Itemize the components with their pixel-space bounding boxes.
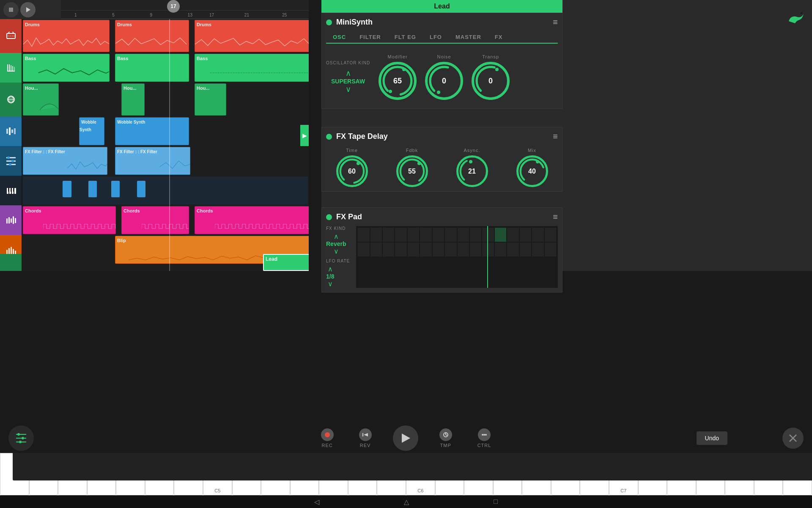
fx-clip-1[interactable]: FX Filter : : FX Filter xyxy=(23,147,107,175)
stop-button[interactable] xyxy=(3,2,19,17)
wobble-clip-1[interactable]: Wobble Synth xyxy=(79,117,104,145)
wobble-clip-2[interactable]: Wobble Synth xyxy=(115,117,189,145)
tmp-btn[interactable]: TMP xyxy=(427,428,465,448)
transp-knob[interactable]: 0 xyxy=(472,62,510,100)
minisynth-menu-btn[interactable]: ≡ xyxy=(553,17,558,27)
time-label: Time xyxy=(346,148,358,153)
svg-rect-42 xyxy=(13,188,14,192)
svg-rect-49 xyxy=(6,250,8,254)
nav-bar: ◁ △ □ xyxy=(0,495,812,508)
undo-button[interactable]: Undo xyxy=(697,431,727,445)
fx-kind-arrows: ∧ Reverb ∨ xyxy=(326,232,346,255)
grid-cell xyxy=(370,228,382,242)
modifier-knob-group: Modifier 65 xyxy=(379,54,417,100)
mix-knob-group: Mix 40 xyxy=(516,148,548,187)
chords-clip-label-2: Chords xyxy=(122,207,142,214)
timeline[interactable]: 1 5 9 13 17 21 25 29 xyxy=(61,0,309,19)
fx-pad-grid[interactable] xyxy=(356,226,558,288)
svg-rect-31 xyxy=(6,160,16,162)
chords-clip-3[interactable]: Chords xyxy=(195,206,309,234)
transp-label: Transp xyxy=(482,54,499,59)
minisynth-active-dot xyxy=(326,19,332,25)
osc-kind-value: SUPERSAW xyxy=(331,78,365,85)
wobble-icon[interactable] xyxy=(0,116,22,146)
drums-clip-3[interactable]: Drums xyxy=(195,20,309,52)
osc-kind-up[interactable]: ∧ xyxy=(346,69,351,78)
right-arrow[interactable]: ▶ xyxy=(300,125,309,146)
svg-marker-69 xyxy=(364,433,368,436)
chords-clip-1[interactable]: Chords xyxy=(23,206,116,234)
svg-point-34 xyxy=(11,160,14,163)
bass-icon[interactable] xyxy=(0,53,22,83)
chords-clip-label-3: Chords xyxy=(195,207,215,214)
tab-lfo[interactable]: LFO xyxy=(423,31,449,43)
time-knob[interactable]: 60 xyxy=(336,155,368,187)
noise-knob[interactable]: 0 xyxy=(425,62,463,100)
back-button[interactable]: ◁ xyxy=(314,498,319,506)
oscillator-kind-section: OSCILLATOR KIND ∧ SUPERSAW ∨ xyxy=(326,61,370,94)
ctrl-btn[interactable]: CTRL xyxy=(465,428,504,448)
grid-cell xyxy=(358,228,369,242)
piano-roll-bg[interactable] xyxy=(23,177,308,204)
fx-pad-left: FX KIND ∧ Reverb ∨ LFO RATE ∧ 1/8 ∨ xyxy=(326,226,350,288)
piano-step-3 xyxy=(111,181,120,198)
modifier-knob[interactable]: 65 xyxy=(379,62,417,100)
bass-clip-1[interactable]: Bass xyxy=(23,54,110,82)
chords-icon[interactable] xyxy=(0,205,22,235)
fx-pad-menu-btn[interactable]: ≡ xyxy=(553,212,558,222)
key-as7[interactable] xyxy=(779,453,812,480)
grid-cell xyxy=(532,228,543,242)
rec-btn[interactable]: REC xyxy=(308,428,346,448)
osc-kind-down[interactable]: ∨ xyxy=(346,85,351,94)
fdbk-knob-group: Fdbk 55 xyxy=(396,148,428,187)
tab-fx[interactable]: FX xyxy=(488,31,510,43)
mix-knob[interactable]: 40 xyxy=(516,155,548,187)
oscillator-kind-selector: ∧ SUPERSAW ∨ xyxy=(326,69,370,94)
lead-icon[interactable] xyxy=(0,254,22,271)
drums-clip-label-2: Drums xyxy=(115,21,134,28)
drums-clip-1[interactable]: Drums xyxy=(23,20,110,52)
fx-clip-2[interactable]: FX Filter : : FX Filter xyxy=(115,147,190,175)
lfo-rate-up[interactable]: ∧ xyxy=(328,265,333,273)
house-clip-2[interactable]: Hou... xyxy=(121,83,145,116)
fx-kind-down[interactable]: ∨ xyxy=(334,247,339,255)
grid-cell xyxy=(383,228,394,242)
house-clip-1[interactable]: Hou... xyxy=(23,83,59,116)
play-button[interactable] xyxy=(20,2,36,17)
fx-tape-menu-btn[interactable]: ≡ xyxy=(553,132,558,141)
recents-button[interactable]: □ xyxy=(494,498,498,505)
tab-filter[interactable]: FILTER xyxy=(353,31,388,43)
close-button[interactable] xyxy=(782,428,804,449)
drums-content: Drums Drums Drums xyxy=(22,19,309,53)
piano-step-1 xyxy=(63,181,71,198)
tab-flt-eg[interactable]: FLT EG xyxy=(388,31,423,43)
noise-label: Noise xyxy=(437,54,451,59)
track-lead: Lead ▼ xyxy=(0,254,309,271)
house-icon[interactable] xyxy=(0,83,22,116)
bass-clip-2[interactable]: Bass xyxy=(115,54,189,82)
drums-clip-2[interactable]: Drums xyxy=(115,20,189,52)
home-button[interactable]: △ xyxy=(404,498,409,506)
tab-osc[interactable]: OSC xyxy=(326,31,353,44)
rev-btn[interactable]: REV xyxy=(346,428,384,448)
svg-rect-52 xyxy=(13,249,14,254)
drums-icon[interactable] xyxy=(0,19,22,53)
octave-c6: C6 xyxy=(406,453,609,495)
async-knob[interactable]: 21 xyxy=(456,155,488,187)
lfo-rate-down[interactable]: ∨ xyxy=(328,280,333,288)
piano-icon[interactable] xyxy=(0,176,22,205)
bass-clip-3[interactable]: Bass xyxy=(195,54,309,82)
track-drums: Drums Drums Drums xyxy=(0,19,309,53)
mixer-button[interactable] xyxy=(8,425,34,451)
house-clip-3[interactable]: Hou... xyxy=(195,83,226,116)
fx-kind-up[interactable]: ∧ xyxy=(334,232,339,240)
lead-clip-1[interactable]: Lead ▼ xyxy=(263,254,309,271)
fx-icon[interactable] xyxy=(0,146,22,176)
tab-master[interactable]: MASTER xyxy=(449,31,488,43)
wobble-clip-label-1: Wobble Synth xyxy=(80,119,96,133)
bird-icon xyxy=(778,0,812,34)
main-play-button[interactable] xyxy=(393,425,418,451)
svg-point-61 xyxy=(518,157,546,185)
chords-clip-2[interactable]: Chords xyxy=(121,206,189,234)
fdbk-knob[interactable]: 55 xyxy=(396,155,428,187)
